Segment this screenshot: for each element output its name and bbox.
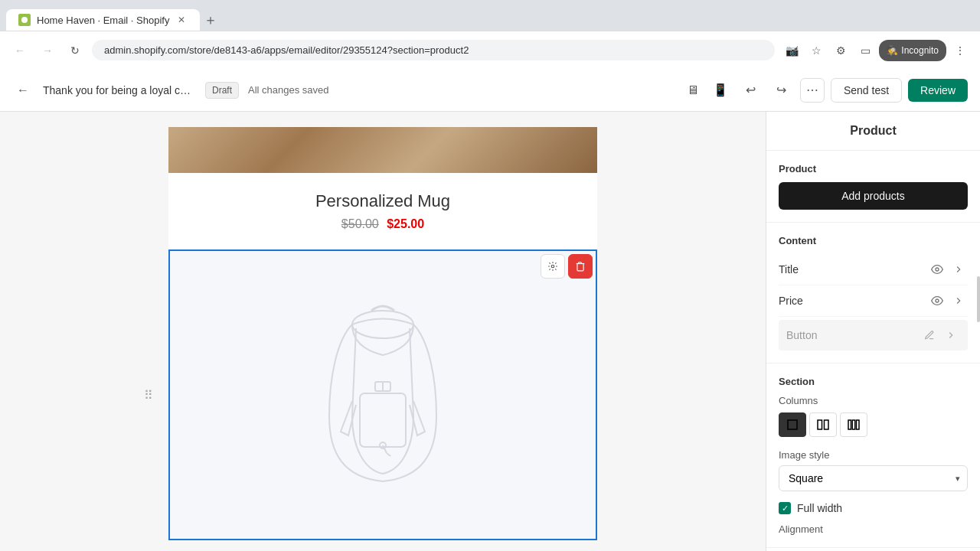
product-info-section: Personalized Mug $50.00 $25.00 xyxy=(168,173,597,249)
title-row-actions xyxy=(928,260,968,279)
incognito-label: Incognito xyxy=(901,45,939,56)
extension-icon[interactable]: ⚙ xyxy=(830,40,851,61)
new-tab-button[interactable]: ＋ xyxy=(200,9,221,31)
svg-rect-15 xyxy=(852,420,855,429)
tab-close-button[interactable]: ✕ xyxy=(175,14,188,26)
columns-label: Columns xyxy=(779,395,968,406)
bookmark-icon[interactable]: ☆ xyxy=(805,40,827,61)
right-panel: Product Product Add products Content Tit… xyxy=(766,112,980,551)
image-style-select-wrapper: Square Circle Natural ▾ xyxy=(779,465,968,491)
product-price: $50.00 $25.00 xyxy=(187,217,579,231)
back-nav-icon[interactable]: ← xyxy=(12,80,34,101)
product-section-label: Product xyxy=(779,163,968,174)
panel-scroll-indicator xyxy=(977,276,980,322)
svg-rect-11 xyxy=(788,420,797,429)
content-panel-section: Content Title Price xyxy=(766,223,980,364)
product-panel-section: Product Add products xyxy=(766,151,980,223)
button-content-row[interactable]: Button xyxy=(779,320,968,350)
svg-point-10 xyxy=(936,299,939,302)
review-button[interactable]: Review xyxy=(908,79,968,102)
svg-rect-16 xyxy=(857,420,860,429)
draft-badge: Draft xyxy=(205,82,239,99)
address-bar[interactable]: admin.shopify.com/store/de8143-a6/apps/e… xyxy=(92,40,775,60)
checkbox-check-icon: ✓ xyxy=(782,504,789,514)
title-content-row: Title xyxy=(779,254,968,285)
browser-chrome: Home Haven · Email · Shopify ✕ ＋ ← → ↻ a… xyxy=(0,0,980,69)
columns-selector xyxy=(779,412,968,437)
svg-point-2 xyxy=(352,311,413,338)
selected-section-wrapper: ⠿ xyxy=(168,249,597,540)
price-visibility-icon[interactable] xyxy=(928,292,946,310)
app-header: ← Thank you for being a loyal custome...… xyxy=(0,69,980,112)
sale-price: $25.00 xyxy=(387,217,424,230)
delete-tool-button[interactable] xyxy=(568,254,593,279)
backpack-image xyxy=(291,279,475,511)
columns-2-button[interactable] xyxy=(809,412,837,437)
price-chevron-icon[interactable] xyxy=(949,292,968,310)
full-width-label: Full width xyxy=(797,502,842,514)
refresh-button[interactable]: ↻ xyxy=(64,40,86,61)
title-visibility-icon[interactable] xyxy=(928,260,946,279)
canvas-content: Personalized Mug $50.00 $25.00 ⠿ xyxy=(0,112,766,551)
incognito-icon: 🕵 xyxy=(887,45,898,56)
product-section-selected[interactable] xyxy=(168,249,597,540)
svg-rect-13 xyxy=(825,420,829,429)
section-toolbar xyxy=(541,254,593,279)
hero-image xyxy=(168,127,597,173)
full-width-row: ✓ Full width xyxy=(779,502,968,514)
image-style-select[interactable]: Square Circle Natural xyxy=(779,465,968,491)
section-options: Section Columns Image style Square Circl… xyxy=(766,364,980,548)
incognito-badge: 🕵 Incognito xyxy=(879,40,946,61)
price-content-row: Price xyxy=(779,285,968,317)
add-products-button[interactable]: Add products xyxy=(779,182,968,210)
svg-point-1 xyxy=(551,265,554,268)
changes-saved-text: All changes saved xyxy=(248,84,329,96)
svg-rect-14 xyxy=(848,420,851,429)
desktop-view-button[interactable]: 🖥 xyxy=(681,78,705,103)
forward-button[interactable]: → xyxy=(37,40,58,61)
mobile-view-button[interactable]: 📱 xyxy=(708,78,733,103)
original-price: $50.00 xyxy=(341,217,379,230)
camera-off-icon[interactable]: 📷̸ xyxy=(781,40,802,61)
drag-handle[interactable]: ⠿ xyxy=(138,384,159,406)
button-row-actions xyxy=(920,326,960,344)
canvas-area[interactable]: Personalized Mug $50.00 $25.00 ⠿ xyxy=(0,112,766,551)
section-opt-label: Section xyxy=(779,376,968,387)
back-button[interactable]: ← xyxy=(9,40,31,61)
settings-tool-button[interactable] xyxy=(541,254,565,279)
columns-1-button[interactable] xyxy=(779,412,806,437)
button-edit-icon[interactable] xyxy=(920,326,939,344)
send-test-button[interactable]: Send test xyxy=(831,78,902,103)
tab-favicon xyxy=(18,14,31,26)
button-chevron-icon[interactable] xyxy=(942,326,960,344)
svg-rect-12 xyxy=(818,420,822,429)
more-options-button[interactable]: ⋯ xyxy=(800,78,825,103)
svg-line-8 xyxy=(387,453,390,456)
browser-tabs: Home Haven · Email · Shopify ✕ ＋ xyxy=(0,0,980,31)
active-tab[interactable]: Home Haven · Email · Shopify ✕ xyxy=(6,9,200,31)
title-row-label: Title xyxy=(779,263,799,276)
tab-title: Home Haven · Email · Shopify xyxy=(37,15,169,26)
more-options-icon[interactable]: ⋮ xyxy=(949,40,971,61)
browser-nav: ← → ↻ admin.shopify.com/store/de8143-a6/… xyxy=(0,31,980,69)
header-right: 🖥 📱 ↩ ↪ ⋯ Send test Review xyxy=(681,78,968,103)
undo-button[interactable]: ↩ xyxy=(739,78,763,103)
email-title: Thank you for being a loyal custome... xyxy=(43,84,196,96)
svg-point-9 xyxy=(936,268,939,271)
cast-icon[interactable]: ▭ xyxy=(854,40,876,61)
header-left: ← Thank you for being a loyal custome...… xyxy=(12,80,671,101)
svg-rect-3 xyxy=(360,393,406,447)
content-label: Content xyxy=(779,235,968,246)
svg-point-0 xyxy=(21,17,28,23)
redo-button[interactable]: ↪ xyxy=(769,78,794,103)
add-section-bar: + Add section xyxy=(168,540,597,551)
browser-nav-icons: 📷̸ ☆ ⚙ ▭ 🕵 Incognito ⋮ xyxy=(781,40,971,61)
image-style-label: Image style xyxy=(779,449,968,461)
title-chevron-icon[interactable] xyxy=(949,260,968,279)
price-row-actions xyxy=(928,292,968,310)
main-layout: Personalized Mug $50.00 $25.00 ⠿ xyxy=(0,112,980,551)
button-row-label: Button xyxy=(786,329,817,341)
columns-3-button[interactable] xyxy=(840,412,867,437)
full-width-checkbox[interactable]: ✓ xyxy=(779,502,791,514)
alignment-label: Alignment xyxy=(779,523,968,535)
